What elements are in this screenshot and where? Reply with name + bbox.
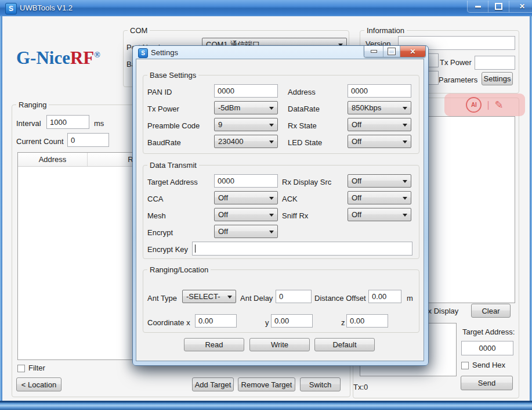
write-button[interactable]: Write	[249, 338, 310, 351]
led-state-combo[interactable]: Off	[348, 135, 411, 148]
chevron-down-icon	[403, 214, 407, 219]
current-count-field[interactable]: 0	[67, 133, 109, 147]
add-target-button[interactable]: Add Target	[192, 377, 234, 391]
settings-button[interactable]: Settings	[482, 72, 513, 85]
location-button[interactable]: < Location	[16, 377, 61, 391]
cca-value: Off	[218, 193, 228, 202]
dialog-minimize-button[interactable]	[364, 46, 383, 57]
encrypt-key-field[interactable]	[192, 242, 412, 256]
dialog-titlebar[interactable]: S Settings ✕	[133, 46, 428, 59]
preamble-code-label: Preamble Code	[147, 121, 200, 130]
datarate-combo[interactable]: 850Kbps	[348, 101, 411, 114]
baudrate-combo[interactable]: 230400	[214, 135, 278, 148]
dialog-icon: S	[138, 48, 148, 58]
com-group-title: COM	[128, 26, 150, 35]
chevron-down-icon	[269, 197, 274, 202]
chevron-down-icon	[403, 180, 407, 185]
address-label: Address	[288, 88, 316, 96]
distance-offset-label: Distance Offset	[314, 294, 366, 303]
coordinate-y-label: y	[265, 318, 269, 327]
rx-display-src-value: Off	[352, 177, 361, 185]
coordinate-x-label: Coordinate x	[147, 318, 190, 327]
chevron-down-icon	[227, 296, 232, 301]
chevron-down-icon	[403, 124, 407, 129]
data-transmit-title: Data Transmit	[147, 161, 199, 170]
maximize-button[interactable]	[488, 1, 509, 12]
app-window: S UWBTools V1.2 ✕ G-NiceRF® COM Port Num…	[0, 0, 532, 410]
datarate-value: 850Kbps	[352, 103, 381, 112]
coordinate-x-field[interactable]: 0.00	[195, 314, 237, 328]
send-button[interactable]: Send	[461, 376, 513, 390]
ai-watermark: AI | ✎	[444, 93, 525, 116]
switch-button[interactable]: Switch	[300, 377, 341, 391]
tx-power-combo[interactable]: -5dBm	[214, 101, 278, 114]
cca-combo[interactable]: Off	[214, 191, 278, 204]
mesh-label: Mesh	[147, 211, 166, 220]
interval-label: Interval	[16, 119, 41, 128]
current-count-label: Current Count	[16, 137, 64, 146]
close-button[interactable]: ✕	[509, 1, 532, 12]
base-settings-title: Base Settings	[147, 71, 198, 80]
ack-combo[interactable]: Off	[348, 191, 411, 204]
read-button[interactable]: Read	[184, 338, 244, 351]
chevron-down-icon	[403, 141, 407, 146]
default-button[interactable]: Default	[314, 338, 375, 351]
titlebar[interactable]: S UWBTools V1.2 ✕	[0, 0, 532, 17]
cca-label: CCA	[147, 195, 163, 203]
dialog-caption-buttons: ✕	[364, 46, 426, 57]
dialog-title: Settings	[151, 48, 178, 57]
ant-type-label: Ant Type	[147, 294, 177, 303]
distance-offset-field[interactable]: 0.00	[368, 290, 401, 303]
dialog-maximize-button[interactable]	[383, 46, 400, 57]
tx-power-value: -5dBm	[218, 103, 240, 112]
coordinate-y-field[interactable]: 0.00	[271, 314, 313, 328]
encrypt-combo[interactable]: Off	[214, 225, 278, 238]
filter-checkbox[interactable]	[17, 365, 25, 372]
tx-counter: Tx:0	[353, 383, 368, 391]
tx-power-field[interactable]	[475, 56, 515, 70]
clear-button[interactable]: Clear	[471, 304, 511, 318]
ant-type-value: -SELECT-	[186, 292, 220, 301]
chevron-down-icon	[269, 214, 274, 219]
maximize-icon	[495, 3, 502, 10]
ack-label: ACK	[282, 195, 298, 203]
dialog-close-button[interactable]: ✕	[400, 46, 425, 57]
maximize-icon	[388, 48, 395, 55]
sniff-rx-combo[interactable]: Off	[348, 208, 411, 221]
encrypt-label: Encrypt	[147, 228, 173, 237]
ranging-group-title: Ranging	[16, 100, 49, 109]
column-header-address[interactable]: Address	[18, 153, 88, 166]
settings-dialog: S Settings ✕ Base Settings PAN ID 0000 A…	[132, 45, 429, 366]
app-icon: S	[5, 3, 17, 15]
address-field[interactable]: 0000	[348, 84, 411, 98]
minimize-button[interactable]	[468, 1, 488, 12]
baudrate-value: 230400	[218, 137, 243, 146]
filter-label: Filter	[28, 364, 45, 372]
pan-id-field[interactable]: 0000	[214, 84, 278, 98]
window-frame-right	[530, 16, 532, 401]
sniff-rx-value: Off	[352, 210, 361, 219]
mesh-combo[interactable]: Off	[214, 208, 278, 221]
parameters-label: Parameters	[439, 75, 477, 84]
dlg-tx-power-label: Tx Power	[147, 105, 179, 113]
window-frame-bottom	[0, 401, 532, 410]
chevron-down-icon	[403, 107, 407, 112]
ack-value: Off	[352, 193, 361, 202]
rx-display-src-combo[interactable]: Off	[348, 174, 411, 188]
encrypt-key-label: Encrypt Key	[147, 245, 188, 254]
remove-target-button[interactable]: Remove Target	[238, 377, 295, 391]
target-address-field[interactable]: 0000	[461, 341, 513, 355]
dlg-target-address-field[interactable]: 0000	[214, 174, 278, 188]
ant-delay-field[interactable]: 0	[276, 290, 312, 303]
rx-state-value: Off	[352, 120, 361, 129]
send-hex-checkbox[interactable]	[461, 362, 469, 369]
interval-field[interactable]: 1000	[46, 115, 89, 129]
preamble-code-combo[interactable]: 9	[214, 118, 278, 131]
pencil-icon: ✎	[495, 99, 504, 112]
rx-state-combo[interactable]: Off	[348, 118, 411, 131]
pan-id-label: PAN ID	[147, 88, 172, 96]
coordinate-z-field[interactable]: 0.00	[346, 314, 388, 328]
window-title: UWBTools V1.2	[20, 3, 73, 12]
ant-type-combo[interactable]: -SELECT-	[182, 290, 236, 303]
chevron-down-icon	[269, 124, 274, 129]
